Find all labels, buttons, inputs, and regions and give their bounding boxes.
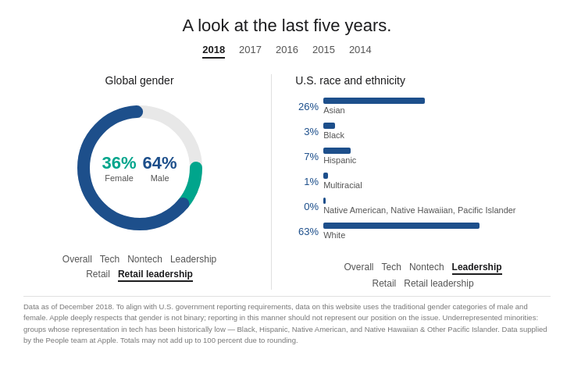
gender-filter-tabs: Overall Tech Nontech Leadership Retail R…	[23, 254, 255, 282]
race-filter-row-2: Retail Retail leadership	[295, 278, 551, 290]
gender-filter-row-2: Retail Retail leadership	[23, 269, 255, 282]
race-pct-hispanic: 7%	[295, 151, 319, 162]
page: A look at the last five years. 2018 2017…	[0, 0, 574, 392]
race-row-asian: 26% Asian	[295, 98, 551, 115]
gender-filter-retail[interactable]: Retail	[86, 269, 110, 282]
race-bar-wrap-asian: Asian	[323, 98, 551, 115]
race-bar-multiracial	[323, 173, 328, 179]
race-label-multiracial: Multiracial	[323, 180, 551, 190]
year-tab-2016[interactable]: 2016	[276, 44, 298, 59]
race-bars: 26% Asian 3% Black 7%	[295, 98, 551, 248]
female-pct: 36%	[102, 153, 137, 173]
race-bar-wrap-white: White	[323, 223, 551, 240]
race-row-hispanic: 7% Hispanic	[295, 148, 551, 165]
gender-title: Global gender	[105, 74, 174, 87]
race-row-white: 63% White	[295, 223, 551, 240]
race-label-native: Native American, Native Hawaiian, Pacifi…	[323, 205, 551, 215]
race-filter-overall[interactable]: Overall	[344, 262, 374, 275]
year-tab-2017[interactable]: 2017	[239, 44, 262, 59]
male-pct: 64%	[143, 153, 177, 173]
gender-section: Global gender 36% Female	[23, 74, 263, 290]
race-bar-hispanic	[323, 148, 351, 154]
race-label-white: White	[323, 230, 551, 240]
race-bar-white	[323, 223, 480, 229]
race-bar-wrap-multiracial: Multiracial	[323, 173, 551, 190]
race-title: U.S. race and ethnicity	[295, 74, 405, 87]
race-label-black: Black	[323, 130, 551, 140]
footnote: Data as of December 2018. To align with …	[23, 296, 551, 346]
female-label: 36% Female	[102, 153, 137, 183]
race-pct-asian: 26%	[295, 101, 319, 112]
race-row-black: 3% Black	[295, 123, 551, 140]
donut-labels: 36% Female 64% Male	[102, 153, 177, 183]
race-row-multiracial: 1% Multiracial	[295, 173, 551, 190]
gender-filter-retail-leadership[interactable]: Retail leadership	[118, 269, 193, 282]
race-bar-wrap-native: Native American, Native Hawaiian, Pacifi…	[323, 198, 551, 215]
race-filter-retail-leadership[interactable]: Retail leadership	[404, 278, 473, 290]
race-bar-wrap-black: Black	[323, 123, 551, 140]
gender-filter-overall[interactable]: Overall	[62, 254, 92, 265]
race-bar-black	[323, 123, 335, 129]
year-tab-2018[interactable]: 2018	[202, 44, 225, 59]
race-filter-retail[interactable]: Retail	[373, 278, 397, 290]
section-divider	[271, 74, 272, 290]
gender-filter-tech[interactable]: Tech	[100, 254, 119, 265]
year-tab-2014[interactable]: 2014	[349, 44, 372, 59]
race-bar-wrap-hispanic: Hispanic	[323, 148, 551, 165]
race-filter-row-1: Overall Tech Nontech Leadership	[295, 262, 551, 275]
race-filter-tech[interactable]: Tech	[382, 262, 401, 275]
race-filter-tabs: Overall Tech Nontech Leadership Retail R…	[295, 262, 551, 290]
race-pct-multiracial: 1%	[295, 176, 319, 187]
gender-filter-nontech[interactable]: Nontech	[127, 254, 162, 265]
race-pct-black: 3%	[295, 126, 319, 137]
male-sub: Male	[143, 173, 177, 183]
female-sub: Female	[102, 173, 137, 183]
gender-filter-leadership[interactable]: Leadership	[170, 254, 216, 265]
year-tabs: 2018 2017 2016 2015 2014	[23, 44, 551, 59]
race-row-native: 0% Native American, Native Hawaiian, Pac…	[295, 198, 551, 215]
main-title: A look at the last five years.	[23, 16, 551, 36]
donut-chart: 36% Female 64% Male	[70, 98, 210, 238]
charts-row: Global gender 36% Female	[23, 74, 551, 290]
race-bar-asian	[323, 98, 425, 104]
gender-filter-row-1: Overall Tech Nontech Leadership	[23, 254, 255, 265]
year-tab-2015[interactable]: 2015	[312, 44, 335, 59]
race-label-hispanic: Hispanic	[323, 155, 551, 165]
race-label-asian: Asian	[323, 105, 551, 115]
race-filter-nontech[interactable]: Nontech	[409, 262, 444, 275]
race-pct-white: 63%	[295, 226, 319, 237]
male-label: 64% Male	[143, 153, 177, 183]
race-section: U.S. race and ethnicity 26% Asian 3% Bla…	[280, 74, 551, 290]
race-filter-leadership[interactable]: Leadership	[452, 262, 502, 275]
race-bar-native	[323, 198, 326, 204]
race-pct-native: 0%	[295, 201, 319, 212]
